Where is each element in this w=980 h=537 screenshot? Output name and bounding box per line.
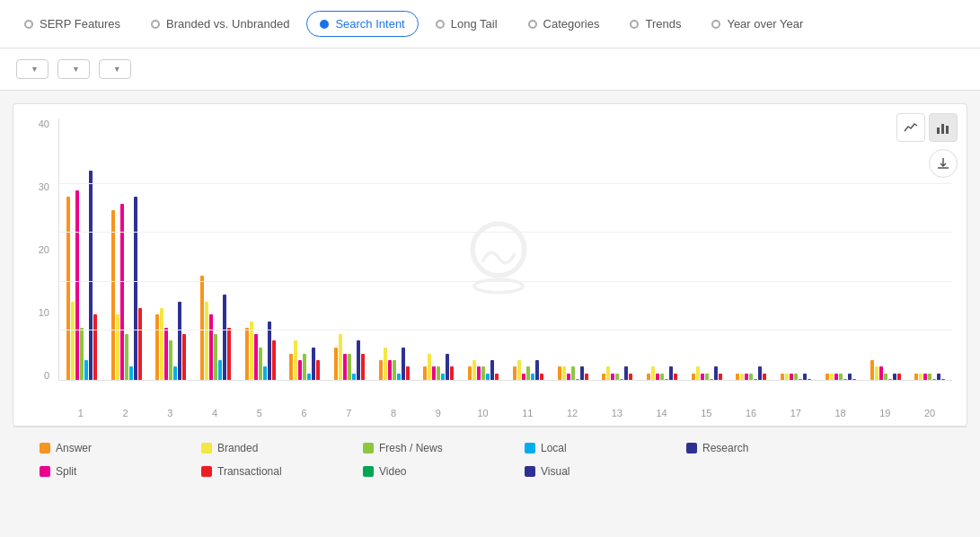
bar-14-5	[669, 366, 673, 380]
bar-group-13	[595, 119, 640, 380]
tab-bar: SERP FeaturesBranded vs. UnbrandedSearch…	[0, 0, 980, 48]
bar-10-2	[477, 366, 481, 380]
x-label-4: 4	[192, 408, 237, 418]
tab-serp-features[interactable]: SERP Features	[11, 11, 134, 37]
bar-12-6	[585, 374, 588, 380]
legend-area: AnswerBrandedFresh / NewsLocalResearchSp…	[13, 427, 967, 492]
bar-11-2	[522, 374, 525, 380]
bar-3-2	[164, 328, 168, 380]
tab-branded-vs-unbranded[interactable]: Branded vs. Unbranded	[137, 11, 303, 37]
x-label-14: 14	[640, 408, 684, 418]
bar-10-3	[481, 366, 485, 380]
x-label-3: 3	[148, 408, 193, 418]
bar-14-6	[674, 374, 677, 380]
bar-10-0	[468, 366, 472, 380]
legend-item-local: Local	[525, 442, 686, 454]
legend-label-visual: Visual	[541, 465, 569, 478]
legend-swatch-fresh-/-news	[363, 443, 374, 453]
bar-11-3	[526, 366, 530, 380]
bar-1-3	[80, 328, 84, 380]
x-label-11: 11	[506, 408, 551, 418]
bar-13-4	[620, 379, 623, 380]
date-filter[interactable]: ▼	[99, 59, 131, 79]
legend-item-transactional: Transactional	[201, 465, 363, 478]
bar-20-4	[932, 379, 936, 380]
bar-8-5	[402, 348, 405, 380]
bar-group-16	[729, 119, 774, 380]
bar-13-5	[624, 366, 628, 380]
bar-16-3	[749, 374, 753, 380]
tab-long-tail[interactable]: Long Tail	[422, 11, 511, 37]
bar-1-2	[75, 190, 79, 380]
bar-group-3	[148, 119, 193, 380]
bar-12-2	[567, 374, 570, 380]
bar-11-6	[540, 374, 543, 380]
bar-group-18	[818, 119, 863, 380]
bar-4-5	[223, 295, 226, 380]
bar-20-5	[937, 374, 940, 380]
bar-8-1	[384, 348, 387, 380]
tab-categories[interactable]: Categories	[515, 11, 614, 37]
bar-15-6	[719, 374, 722, 380]
bar-16-1	[740, 374, 744, 380]
bar-18-1	[830, 374, 834, 380]
bar-17-2	[790, 374, 793, 380]
bar-8-0	[379, 360, 383, 380]
bar-19-6	[897, 374, 901, 380]
legend-label-answer: Answer	[56, 442, 92, 454]
bar-group-11	[506, 119, 551, 380]
bar-9-4	[441, 374, 445, 380]
tab-dot-search-intent	[320, 20, 329, 29]
bar-12-4	[576, 379, 579, 380]
bar-5-4	[263, 366, 267, 380]
gridline-40	[59, 183, 952, 184]
device-filter[interactable]: ▼	[57, 59, 90, 79]
bar-18-6	[852, 379, 856, 380]
chart-container: 403020100 123456789101112131415161718192…	[13, 103, 967, 427]
bar-group-20	[907, 119, 952, 380]
bar-6-1	[294, 340, 297, 380]
bar-10-6	[495, 374, 499, 380]
bar-9-2	[432, 366, 436, 380]
y-label-20: 20	[39, 244, 49, 255]
country-filter[interactable]: ▼	[16, 59, 49, 79]
bar-15-4	[710, 379, 713, 380]
legend-item-visual: Visual	[525, 465, 686, 478]
y-label-40: 40	[39, 119, 49, 129]
bar-11-5	[535, 360, 539, 380]
tab-dot-branded-vs-unbranded	[151, 20, 160, 29]
bar-14-4	[665, 379, 668, 380]
bar-11-4	[531, 374, 534, 380]
bar-group-14	[640, 119, 684, 380]
bar-12-0	[558, 366, 561, 380]
tab-label-branded-vs-unbranded: Branded vs. Unbranded	[166, 17, 289, 31]
legend-item-branded: Branded	[201, 442, 363, 454]
tab-search-intent[interactable]: Search Intent	[306, 11, 418, 37]
legend-item-answer: Answer	[40, 442, 201, 454]
bar-17-1	[785, 374, 789, 380]
x-label-19: 19	[863, 408, 908, 418]
bar-16-4	[754, 379, 757, 380]
tab-label-year-over-year: Year over Year	[727, 17, 803, 31]
bar-12-3	[571, 366, 575, 380]
tab-label-trends: Trends	[645, 17, 681, 31]
bar-10-4	[486, 374, 490, 380]
country-caret: ▼	[31, 65, 39, 74]
bar-6-2	[298, 360, 302, 380]
bar-1-5	[89, 171, 93, 380]
bar-3-6	[182, 334, 186, 380]
x-label-15: 15	[684, 408, 729, 418]
bar-13-2	[611, 374, 614, 380]
bar-16-2	[745, 374, 748, 380]
bar-10-1	[472, 360, 476, 380]
bar-6-5	[312, 348, 315, 380]
tab-year-over-year[interactable]: Year over Year	[698, 11, 817, 37]
gridline-30	[59, 232, 952, 233]
bar-group-10	[461, 119, 506, 380]
tab-trends[interactable]: Trends	[616, 11, 694, 37]
x-label-10: 10	[461, 408, 506, 418]
tab-dot-categories	[528, 20, 537, 29]
x-label-20: 20	[907, 408, 952, 418]
bar-group-19	[863, 119, 908, 380]
bar-13-1	[606, 366, 610, 380]
